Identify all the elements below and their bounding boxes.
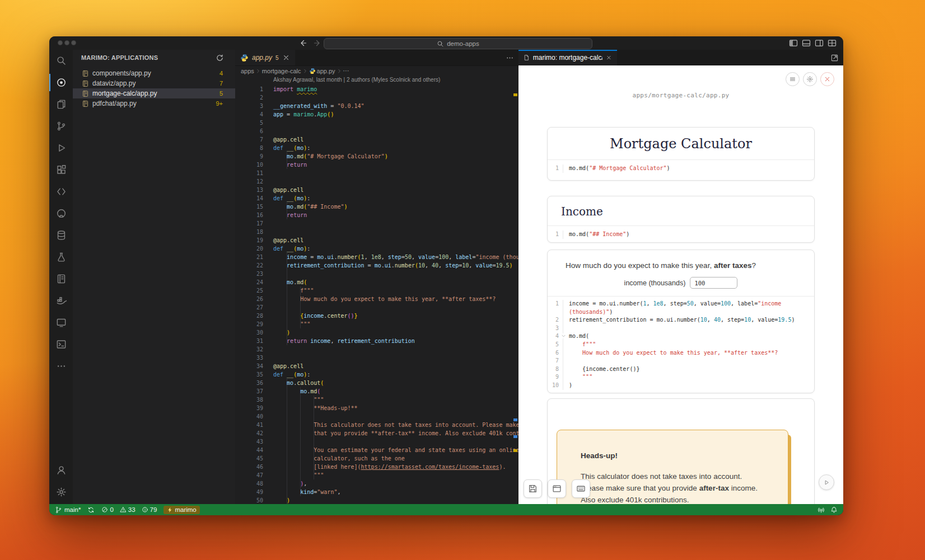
code-line-43[interactable]: 43 xyxy=(235,437,518,446)
breadcrumb-item[interactable]: apps xyxy=(241,68,254,74)
git-branch-indicator[interactable]: main* xyxy=(55,506,81,514)
code-line-30[interactable]: 30 ) xyxy=(235,328,518,337)
code-line-18[interactable]: 18 xyxy=(235,228,518,236)
code-line-24[interactable]: 24 mo.md( xyxy=(235,278,518,286)
command-center-search[interactable]: demo-apps xyxy=(324,38,592,49)
code-line-34[interactable]: 34@app.cell xyxy=(235,362,518,370)
activity-item-explorer[interactable] xyxy=(49,93,73,115)
code-line-35[interactable]: 35def __(mo): xyxy=(235,370,518,379)
code-line-20[interactable]: 20def __(mo): xyxy=(235,244,518,253)
marimo-settings-button[interactable] xyxy=(803,72,817,86)
activity-item-settings[interactable] xyxy=(49,481,73,503)
code-line-44[interactable]: 44 You can estimate your federal and sta… xyxy=(235,446,518,454)
code-line-47[interactable]: 47 """ xyxy=(235,471,518,479)
code-line-50[interactable]: 50 ) xyxy=(235,496,518,504)
close-window-button[interactable] xyxy=(58,40,63,45)
toggle-sidebar-left-button[interactable] xyxy=(789,39,798,48)
broadcast-icon[interactable] xyxy=(817,506,825,514)
code-line-8[interactable]: 8def __(mo): xyxy=(235,144,518,152)
tab-marimo-webview[interactable]: marimo: mortgage-calc/app.py xyxy=(518,50,617,65)
fold-chevron-icon[interactable] xyxy=(561,333,566,338)
activity-item-account[interactable] xyxy=(49,459,73,481)
history-back-button[interactable] xyxy=(298,39,307,48)
income-input[interactable] xyxy=(690,277,737,289)
save-button[interactable] xyxy=(524,479,542,498)
sidebar-item-mortgage-calc/app.py[interactable]: mortgage-calc/app.py 5 xyxy=(73,88,235,98)
code-line-41[interactable]: 41 This calculator does not take taxes i… xyxy=(235,421,518,429)
keyboard-button[interactable] xyxy=(572,479,590,498)
code-line-39[interactable]: 39 **Heads-up!** xyxy=(235,404,518,412)
code-line-10[interactable]: 10 return xyxy=(235,161,518,169)
code-line-23[interactable]: 23 xyxy=(235,270,518,278)
sync-changes-button[interactable] xyxy=(87,506,95,514)
refresh-button[interactable] xyxy=(216,54,224,62)
titlebar[interactable]: demo-apps xyxy=(49,36,843,50)
code-line-31[interactable]: 31 return income, retirement_contributio… xyxy=(235,337,518,345)
close-webview-tab-button[interactable] xyxy=(606,54,612,62)
cell-code[interactable]: 1mo.md("# Mortgage Calculator") xyxy=(548,159,814,177)
activity-item-github[interactable] xyxy=(49,203,73,224)
code-editor[interactable]: Akshay Agrawal, last month | 2 authors (… xyxy=(235,75,518,504)
code-line-13[interactable]: 13@app.cell xyxy=(235,186,518,194)
activity-item-database[interactable] xyxy=(49,224,73,246)
history-forward-button[interactable] xyxy=(313,39,322,48)
marimo-status-badge[interactable]: marimo xyxy=(163,506,199,514)
activity-item-source-control[interactable] xyxy=(49,115,73,137)
code-line-28[interactable]: 28 {income.center()} xyxy=(235,312,518,320)
code-line-32[interactable]: 32 xyxy=(235,345,518,354)
code-line-49[interactable]: 49 kind="warn", xyxy=(235,488,518,496)
code-line-40[interactable]: 40 xyxy=(235,412,518,421)
code-line-48[interactable]: 48 ), xyxy=(235,479,518,488)
problems-indicator[interactable]: 0 33 79 xyxy=(101,506,157,513)
activity-item-more[interactable] xyxy=(49,355,73,377)
zoom-window-button[interactable] xyxy=(71,40,76,45)
code-line-29[interactable]: 29 """ xyxy=(235,320,518,328)
cell-code[interactable]: 1mo.md("## Income") xyxy=(548,225,814,243)
marimo-close-button[interactable] xyxy=(820,72,834,86)
code-line-46[interactable]: 46 [linked here](https://smartasset.com/… xyxy=(235,463,518,471)
code-line-1[interactable]: 1import marimo xyxy=(235,85,518,93)
editor-more-actions-button[interactable] xyxy=(506,54,514,62)
code-line-27[interactable]: 27 xyxy=(235,303,518,312)
activity-item-terminal[interactable] xyxy=(49,333,73,355)
codelens[interactable]: Akshay Agrawal, last month | 2 authors (… xyxy=(273,77,440,83)
code-line-4[interactable]: 4app = marimo.App() xyxy=(235,110,518,119)
tab-app-py[interactable]: app.py 5 xyxy=(235,50,295,65)
code-line-15[interactable]: 15 mo.md("## Income") xyxy=(235,203,518,211)
code-line-26[interactable]: 26 How much do you expect to make this y… xyxy=(235,295,518,303)
customize-layout-button[interactable] xyxy=(828,39,837,48)
code-line-37[interactable]: 37 mo.md( xyxy=(235,387,518,396)
code-line-5[interactable]: 5 xyxy=(235,119,518,127)
breadcrumb-item[interactable]: app.py xyxy=(317,68,335,74)
activity-item-search[interactable] xyxy=(49,50,73,72)
code-line-3[interactable]: 3__generated_with = "0.0.14" xyxy=(235,102,518,110)
code-line-21[interactable]: 21 income = mo.ui.number(1, 1e8, step=50… xyxy=(235,253,518,261)
code-line-22[interactable]: 22 retirement_contribution = mo.ui.numbe… xyxy=(235,261,518,270)
notifications-bell-icon[interactable] xyxy=(830,506,838,514)
marimo-menu-button[interactable] xyxy=(786,72,800,86)
activity-item-extensions[interactable] xyxy=(49,159,73,181)
run-cell-button[interactable] xyxy=(819,474,834,490)
minimize-window-button[interactable] xyxy=(64,40,69,45)
close-tab-button[interactable] xyxy=(282,54,290,62)
activity-item-testing[interactable] xyxy=(49,246,73,268)
window-button[interactable] xyxy=(548,479,566,498)
open-external-button[interactable] xyxy=(830,54,839,62)
toggle-panel-bottom-button[interactable] xyxy=(802,39,811,48)
code-line-42[interactable]: 42 that you provide **after-tax** income… xyxy=(235,429,518,437)
activity-item-run-debug[interactable] xyxy=(49,137,73,159)
activity-item-notebook[interactable] xyxy=(49,268,73,290)
code-line-9[interactable]: 9 mo.md("# Mortgage Calculator") xyxy=(235,152,518,161)
code-line-19[interactable]: 19@app.cell xyxy=(235,236,518,244)
activity-item-remote[interactable] xyxy=(49,181,73,203)
code-line-2[interactable]: 2 xyxy=(235,93,518,102)
breadcrumb-item[interactable]: ⋯ xyxy=(343,67,349,74)
code-line-7[interactable]: 7@app.cell xyxy=(235,135,518,144)
activity-item-preview[interactable] xyxy=(49,312,73,333)
code-line-38[interactable]: 38 """ xyxy=(235,396,518,404)
code-line-16[interactable]: 16 return xyxy=(235,211,518,219)
cell-code[interactable]: 1income = mo.ui.number(1, 1e8, step=50, … xyxy=(548,297,814,393)
code-line-12[interactable]: 12 xyxy=(235,177,518,186)
code-line-17[interactable]: 17 xyxy=(235,219,518,228)
code-line-6[interactable]: 6 xyxy=(235,127,518,135)
